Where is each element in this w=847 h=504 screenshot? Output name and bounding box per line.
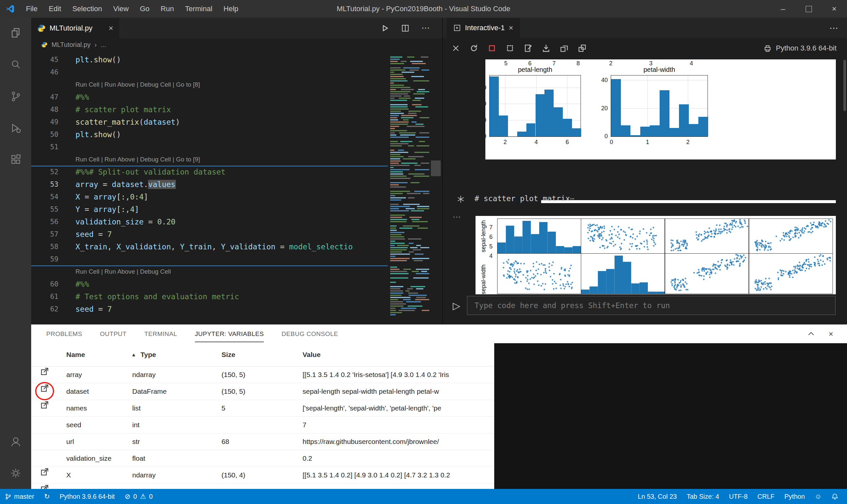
python-interpreter[interactable]: Python 3.9.6 64-bit	[55, 489, 120, 504]
code-line-59[interactable]: 59	[31, 253, 388, 266]
column-header-size[interactable]: Size	[221, 343, 235, 366]
branch-status[interactable]: master	[0, 489, 39, 504]
search-icon[interactable]	[0, 49, 31, 81]
source-control-icon[interactable]	[0, 81, 31, 112]
panel-tab-output[interactable]: OUTPUT	[100, 325, 127, 342]
column-header-name[interactable]: Name	[66, 343, 85, 366]
table-row-X[interactable]: Xndarray(150, 4)[[5.1 3.5 1.4 0.2] [4.9 …	[31, 467, 494, 484]
menu-item-help[interactable]: Help	[218, 5, 244, 13]
table-row-dataset[interactable]: datasetDataFrame(150, 5)sepal-length sep…	[31, 383, 494, 400]
cell-collapsed-icon[interactable]: ⋯	[570, 194, 575, 203]
clear-all-icon[interactable]	[451, 43, 461, 53]
cell-source-code[interactable]: # scatter plot matrix⋯	[474, 194, 575, 203]
table-row-url[interactable]: urlstr68https://raw.githubusercontent.co…	[31, 433, 494, 450]
minimap[interactable]	[388, 51, 429, 324]
extensions-icon[interactable]	[0, 144, 31, 175]
close-window-button[interactable]: ×	[822, 0, 847, 18]
sync-status[interactable]: ↻	[39, 489, 55, 504]
feedback[interactable]: ☺	[810, 489, 827, 504]
code-line-53[interactable]: 53array = dataset.values	[31, 178, 388, 191]
kernel-status[interactable]: Python 3.9.6 64-bit	[763, 44, 847, 53]
collapse-cells-icon[interactable]	[578, 43, 587, 53]
code-line-45[interactable]: 45plt.show()	[31, 53, 388, 66]
code-line-50[interactable]: 50plt.show()	[31, 128, 388, 141]
code-line-47[interactable]: 47#%%	[31, 91, 388, 103]
panel-tab-problems[interactable]: PROBLEMS	[46, 325, 83, 342]
breadcrumb-more[interactable]: ...	[101, 41, 106, 49]
code-line-46[interactable]: 46	[31, 66, 388, 78]
menu-item-run[interactable]: Run	[155, 5, 180, 13]
run-cell-button[interactable]	[381, 24, 389, 33]
code-line-54[interactable]: 54X = array[:,0:4]	[31, 191, 388, 203]
settings-gear-icon[interactable]	[0, 457, 31, 489]
sort-arrow-icon[interactable]: ▲	[131, 343, 136, 366]
panel-close-icon[interactable]: ×	[829, 329, 833, 339]
column-header-type[interactable]: Type	[141, 343, 156, 366]
problems-status[interactable]: ⊘0⚠0	[120, 489, 158, 504]
menu-item-edit[interactable]: Edit	[43, 5, 67, 13]
menu-item-file[interactable]: File	[20, 5, 43, 13]
tab-close-icon[interactable]: ×	[109, 24, 113, 33]
cell-menu-icon[interactable]: ⋯	[453, 212, 461, 222]
panel-tab-terminal[interactable]: TERMINAL	[144, 325, 177, 342]
codelens-actions[interactable]: Run Cell | Run Above | Debug Cell | Go t…	[75, 156, 200, 163]
interactive-more-actions-button[interactable]: ⋯	[829, 18, 847, 38]
interactive-code-input[interactable]	[467, 296, 835, 315]
code-line-51[interactable]: 51	[31, 141, 388, 153]
editor-more-actions-button[interactable]: ⋯	[421, 23, 430, 33]
table-row-array[interactable]: arrayndarray(150, 5)[[5.1 3.5 1.4 0.2 'I…	[31, 366, 494, 383]
code-line-55[interactable]: 55Y = array[:,4]	[31, 203, 388, 216]
encoding[interactable]: UTF-8	[724, 489, 753, 504]
run-input-icon[interactable]: ▷	[446, 300, 467, 311]
tab-interactive-1[interactable]: Interactive-1 ×	[447, 18, 520, 38]
run-debug-icon[interactable]	[0, 112, 31, 144]
open-variable-icon[interactable]	[40, 400, 50, 410]
export-notebook-icon[interactable]	[523, 43, 533, 53]
breadcrumb-file[interactable]: MLTutorial.py	[52, 41, 91, 49]
code-line-52[interactable]: 52#%%# Split-out validation dataset	[31, 166, 388, 178]
split-editor-button[interactable]	[401, 24, 410, 33]
code-line-56[interactable]: 56validation_size = 0.20	[31, 216, 388, 228]
codelens-row[interactable]: Run Cell | Run Above | Debug Cell | Go t…	[31, 78, 388, 91]
outline-square-icon[interactable]	[505, 43, 515, 53]
code-editor[interactable]: 45plt.show()46Run Cell | Run Above | Deb…	[31, 51, 388, 324]
panel-tab-jupyter-variables[interactable]: JUPYTER: VARIABLES	[195, 325, 264, 342]
interrupt-kernel-icon[interactable]	[487, 43, 497, 53]
column-header-value[interactable]: Value	[303, 343, 321, 366]
menu-item-terminal[interactable]: Terminal	[180, 5, 218, 13]
account-icon[interactable]	[0, 426, 31, 457]
scrollbar-thumb[interactable]	[431, 160, 441, 176]
cursor-position[interactable]: Ln 53, Col 23	[633, 489, 682, 504]
table-row-names[interactable]: nameslist5['sepal-length', 'sepal-width'…	[31, 400, 494, 417]
interactive-tab-close-icon[interactable]: ×	[509, 23, 513, 33]
minimize-button[interactable]: –	[770, 0, 796, 18]
panel-maximize-icon[interactable]	[807, 330, 815, 338]
goto-code-icon[interactable]	[456, 195, 465, 203]
code-line-62[interactable]: 62seed = 7	[31, 303, 388, 315]
code-line-57[interactable]: 57seed = 7	[31, 228, 388, 240]
language-mode[interactable]: Python	[779, 489, 810, 504]
codelens-row[interactable]: Run Cell | Run Above | Debug Cell | Go t…	[31, 153, 388, 166]
eol[interactable]: CRLF	[753, 489, 779, 504]
restart-kernel-icon[interactable]	[469, 43, 479, 53]
panel-tab-debug-console[interactable]: DEBUG CONSOLE	[282, 325, 338, 342]
table-row-validation_size[interactable]: validation_sizefloat0.2	[31, 450, 494, 467]
codelens-row[interactable]: Run Cell | Run Above | Debug Cell	[31, 266, 388, 278]
menu-item-view[interactable]: View	[108, 5, 134, 13]
breadcrumb[interactable]: MLTutorial.py › ...	[31, 38, 443, 51]
notifications[interactable]	[827, 489, 843, 504]
editor-scrollbar[interactable]	[429, 51, 443, 324]
code-line-48[interactable]: 48# scatter plot matrix	[31, 103, 388, 116]
table-row-X_train[interactable]: X_trainndarray(120, 4)[[6.3 2.8 4.0 1.0]…	[31, 484, 494, 489]
export-script-icon[interactable]	[541, 43, 551, 53]
code-line-60[interactable]: 60#%%	[31, 278, 388, 290]
table-row-seed[interactable]: seedint7	[31, 417, 494, 433]
indentation[interactable]: Tab Size: 4	[682, 489, 724, 504]
open-variable-icon[interactable]	[40, 366, 50, 376]
tab-mltutorial-py[interactable]: MLTutorial.py ×	[31, 18, 119, 38]
explorer-icon[interactable]	[0, 18, 31, 49]
open-variable-icon[interactable]	[40, 467, 50, 477]
expand-cells-icon[interactable]	[560, 43, 569, 53]
maximize-button[interactable]	[796, 0, 822, 18]
codelens-actions[interactable]: Run Cell | Run Above | Debug Cell | Go t…	[75, 81, 200, 88]
